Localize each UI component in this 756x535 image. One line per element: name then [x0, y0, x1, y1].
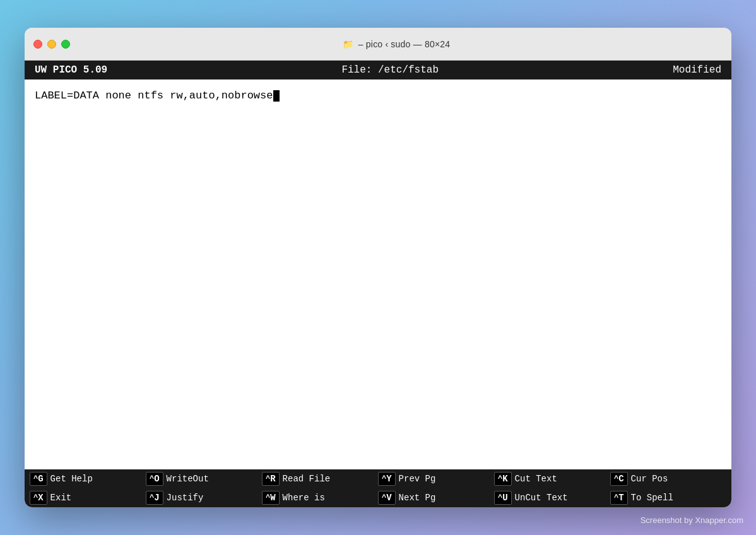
shortcut-writeout[interactable]: ^O WriteOut: [146, 472, 262, 486]
label-writeout: WriteOut: [167, 474, 209, 484]
maximize-button[interactable]: [61, 40, 70, 49]
key-ctrl-j: ^J: [146, 491, 163, 505]
label-next-pg: Next Pg: [399, 493, 436, 503]
key-ctrl-x: ^X: [30, 491, 47, 505]
key-ctrl-o: ^O: [146, 472, 163, 486]
pico-file-label: File: /etc/fstab: [341, 64, 439, 76]
shortcut-next-pg[interactable]: ^V Next Pg: [378, 491, 494, 505]
traffic-lights: [33, 40, 70, 49]
key-ctrl-c: ^C: [610, 472, 628, 486]
minimize-button[interactable]: [47, 40, 56, 49]
folder-icon: 📁: [343, 39, 353, 49]
shortcut-get-help[interactable]: ^G Get Help: [30, 472, 146, 486]
label-where-is: Where is: [283, 493, 325, 503]
editor-line: LABEL=DATA none ntfs rw,auto,nobrowse: [35, 90, 721, 102]
screenshot-credit: Screenshot by Xnapper.com: [641, 515, 743, 525]
label-exit: Exit: [50, 493, 72, 503]
key-ctrl-y: ^Y: [378, 472, 396, 486]
label-read-file: Read File: [283, 474, 331, 484]
label-cur-pos: Cur Pos: [631, 474, 668, 484]
key-ctrl-u: ^U: [494, 491, 512, 505]
text-cursor: [273, 90, 280, 102]
editor-text: LABEL=DATA none ntfs rw,auto,nobrowse: [35, 90, 273, 102]
editor-content[interactable]: LABEL=DATA none ntfs rw,auto,nobrowse: [25, 79, 731, 469]
key-ctrl-w: ^W: [262, 491, 280, 505]
key-ctrl-r: ^R: [262, 472, 280, 486]
label-cut-text: Cut Text: [515, 474, 557, 484]
shortcut-exit[interactable]: ^X Exit: [30, 491, 146, 505]
label-get-help: Get Help: [50, 474, 93, 484]
pico-app-name: UW PICO 5.09: [35, 64, 107, 76]
key-ctrl-v: ^V: [378, 491, 396, 505]
key-ctrl-g: ^G: [30, 472, 47, 486]
label-uncut-text: UnCut Text: [515, 493, 568, 503]
terminal-window: 📁 – pico ‹ sudo — 80×24 UW PICO 5.09 Fil…: [25, 28, 731, 507]
window-title: – pico ‹ sudo — 80×24: [358, 39, 450, 49]
shortcut-cur-pos[interactable]: ^C Cur Pos: [610, 472, 726, 486]
close-button[interactable]: [33, 40, 42, 49]
shortcut-prev-pg[interactable]: ^Y Prev Pg: [378, 472, 494, 486]
shortcut-row-1: ^G Get Help ^O WriteOut ^R Read File ^Y …: [25, 469, 731, 488]
shortcut-to-spell[interactable]: ^T To Spell: [610, 491, 726, 505]
pico-header: UW PICO 5.09 File: /etc/fstab Modified: [25, 61, 731, 79]
label-to-spell: To Spell: [631, 493, 673, 503]
label-justify: Justify: [167, 493, 204, 503]
shortcut-uncut-text[interactable]: ^U UnCut Text: [494, 491, 610, 505]
title-bar-center: 📁 – pico ‹ sudo — 80×24: [70, 39, 723, 49]
pico-status: Modified: [673, 64, 721, 76]
key-ctrl-t: ^T: [610, 491, 628, 505]
shortcut-justify[interactable]: ^J Justify: [146, 491, 262, 505]
shortcut-bar: ^G Get Help ^O WriteOut ^R Read File ^Y …: [25, 469, 731, 507]
shortcut-where-is[interactable]: ^W Where is: [262, 491, 378, 505]
title-bar: 📁 – pico ‹ sudo — 80×24: [25, 28, 731, 61]
shortcut-row-2: ^X Exit ^J Justify ^W Where is ^V Next P…: [25, 488, 731, 507]
shortcut-cut-text[interactable]: ^K Cut Text: [494, 472, 610, 486]
terminal-area[interactable]: UW PICO 5.09 File: /etc/fstab Modified L…: [25, 61, 731, 507]
label-prev-pg: Prev Pg: [399, 474, 436, 484]
key-ctrl-k: ^K: [494, 472, 512, 486]
shortcut-read-file[interactable]: ^R Read File: [262, 472, 378, 486]
